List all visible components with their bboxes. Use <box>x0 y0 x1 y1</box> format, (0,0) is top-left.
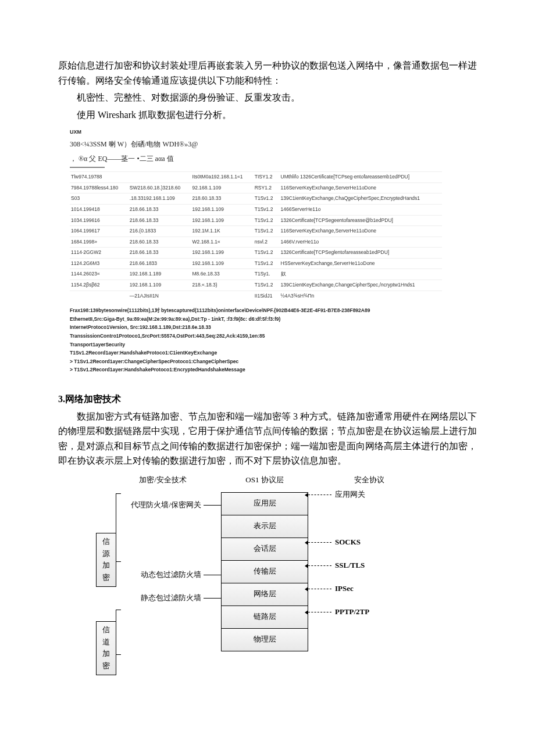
packet-row: 1014.199418218.66.18.33192.168.1.109T1Sv… <box>70 204 442 215</box>
intro-paragraph-3: 使用 Wireshark 抓取数据包进行分析。 <box>58 108 477 123</box>
packet-row: S03.18.33192.168.1.109218.60.18.33T1Sv1.… <box>70 194 442 205</box>
header-right: 安全协议 <box>308 474 430 486</box>
left-static-firewall: 静态包过滤防火墙 <box>141 592 221 604</box>
app-gw-label: 应用网关 <box>335 489 365 501</box>
right-socks: SOCKS <box>308 536 361 549</box>
ws-filter-row: ， ®α 父 EQ——茎一 •二三 aαa 值 <box>70 153 477 164</box>
wireshark-figure: UXM 308<¼3SSM 喇 W）创硒/电物 WDH®»3@ ， ®α 父 E… <box>70 128 477 374</box>
header-mid: OS1 协议层 <box>221 474 308 486</box>
pptp-label: PPTP/2TP <box>335 606 369 618</box>
header-left: 加密/安全技术 <box>105 474 221 486</box>
section-3-body: 数据加密方式有链路加密、节点加密和端一端加密等 3 种方式。链路加密通常用硬件在… <box>58 409 477 468</box>
detail-line: TranssissionContro1Protoco1,SrcPort:5557… <box>70 332 477 341</box>
detail-line: EthernetII,Src:Giga-Byt_9a:89:ea(M:2e:99… <box>70 316 477 324</box>
right-pptp: PPTP/2TP <box>308 606 369 618</box>
osi-stack: 应用层表示层会话层传输层网络层链路层物理层 <box>221 492 308 651</box>
packet-row: —21AJIsII1NII1SidJ1½4A3¾sH¾Πn <box>70 291 442 301</box>
ssl-label: SSL/TLS <box>335 560 365 572</box>
detail-line: T1Sv1.2Record1ayer:HandshakeProtoco1:C1i… <box>70 349 477 357</box>
osi-layer: 网络层 <box>221 583 308 606</box>
left-channel-encryption: 信道加密 <box>96 621 116 675</box>
ws-top-label: UXM <box>70 128 477 136</box>
ipsec-label: IPSec <box>335 583 354 595</box>
packet-row: 1154.2βsβ62192.168.1.109218.«.18.3)T1Sv1… <box>70 280 442 291</box>
section-3-title: 3.网络加密技术 <box>58 392 477 407</box>
osi-diagram: 加密/安全技术 OS1 协议层 安全协议 代理防火墙/保密网关 信源加密 动态包… <box>105 474 430 651</box>
chan-enc-box: 信道加密 <box>96 621 116 675</box>
dyn-fw-label: 动态包过滤防火墙 <box>141 569 201 581</box>
osi-layer: 表示层 <box>221 515 308 538</box>
detail-line: Frax198:139bytesonwire(1112bits),1对 byte… <box>70 307 477 315</box>
proxy-label: 代理防火墙/保密网关 <box>131 499 201 511</box>
osi-layer: 会话层 <box>221 538 308 561</box>
packet-row: 1124.2G6M3218.66.1833192.168.1.109T1Sv1.… <box>70 258 442 269</box>
ws-toolbar: 308<¼3SSM 喇 W）创硒/电物 WDH®»3@ <box>70 139 477 150</box>
right-app-gateway: 应用网关 <box>308 489 365 501</box>
packet-row: 7984.19788less4.180SW218.60.18.)3218.609… <box>70 182 442 194</box>
left-dynamic-firewall: 动态包过滤防火墙 <box>141 569 221 581</box>
packet-table: Tlw974.19788Its0tM0a192.168.1.1«1TISY1.2… <box>70 171 442 301</box>
right-column: 应用网关 SOCKS SSL/TLS IPSec PPTP/2TP <box>308 492 430 651</box>
packet-row: Tlw974.19788Its0tM0a192.168.1.1«1TISY1.2… <box>70 172 442 183</box>
right-ssl-tls: SSL/TLS <box>308 560 365 572</box>
intro-paragraph-1: 原始信息进行加密和协议封装处理后再嵌套装入另一种协议的数据包送入网络中，像普通数… <box>58 58 477 88</box>
packet-details: Frax198:139bytesonwire(1112bits),1对 byte… <box>70 307 477 374</box>
chan-enc-bracket <box>116 610 121 655</box>
osi-layer: 链路层 <box>221 605 308 629</box>
osi-layer: 物理层 <box>221 628 308 651</box>
ws-divider <box>70 167 105 168</box>
left-source-encryption: 信源加密 <box>96 533 116 587</box>
intro-paragraph-2: 机密性、完整性、对数据源的身份验证、反重发攻击。 <box>58 90 477 105</box>
right-ipsec: IPSec <box>308 583 354 595</box>
left-proxy-firewall: 代理防火墙/保密网关 <box>131 499 221 511</box>
socks-label: SOCKS <box>335 536 361 549</box>
src-enc-bracket <box>116 493 121 562</box>
packet-row: 1114·2GGW2218.66.18.33192.168.1.199T1Sv1… <box>70 248 442 259</box>
diagram-headers: 加密/安全技术 OS1 协议层 安全协议 <box>105 474 430 486</box>
packet-row: 1144.26023«192.168.1.189M8.6e.18.33T1Sy1… <box>70 269 442 280</box>
osi-layer: 传输层 <box>221 560 308 583</box>
packet-row: 1064.199617216.(0.1833192.1M.1.1KT1Sv1.2… <box>70 226 442 237</box>
src-enc-box: 信源加密 <box>96 533 116 587</box>
left-column: 代理防火墙/保密网关 信源加密 动态包过滤防火墙 静态包过滤防火墙 信道加密 <box>105 492 221 651</box>
detail-line: Transport1ayerSecurity <box>70 341 477 349</box>
static-fw-label: 静态包过滤防火墙 <box>141 592 201 604</box>
packet-row: 1684.1998»218.60.18.33W2.168.1.1«nsvl.21… <box>70 237 442 248</box>
packet-row: 1034.199616218.66.18.33192.168.1.109T1Sv… <box>70 215 442 226</box>
detail-line: > T1Sv1.2Record1ayer:ChangeCipherSpecPro… <box>70 358 477 366</box>
detail-line: InternetProtoco1Version, Src:192.168.1.1… <box>70 324 477 332</box>
osi-layer: 应用层 <box>221 492 308 515</box>
detail-line: > T1Sv1.2Record1ayer:HandshakeProtoco1:E… <box>70 366 477 374</box>
